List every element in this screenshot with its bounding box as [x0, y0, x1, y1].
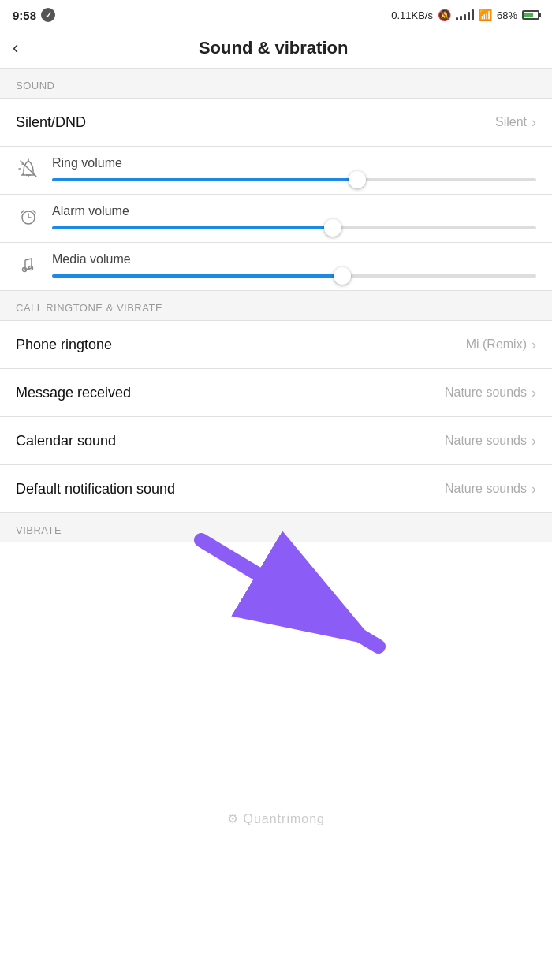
- status-left: 9:58 ✓: [13, 8, 55, 22]
- alarm-volume-fill: [52, 226, 333, 229]
- calendar-sound-content: Calendar sound: [16, 433, 445, 449]
- ring-volume-content: Ring volume: [52, 156, 536, 181]
- mute-icon: 🔕: [438, 9, 451, 21]
- silent-dnd-content: Silent/DND: [16, 114, 495, 131]
- ring-volume-label: Ring volume: [52, 156, 536, 170]
- header: ‹ Sound & vibration: [0, 28, 552, 69]
- alarm-volume-label: Alarm volume: [52, 204, 536, 218]
- time-display: 9:58: [13, 9, 36, 22]
- status-bar: 9:58 ✓ 0.11KB/s 🔕 📶 68%: [0, 0, 552, 28]
- media-volume-slider[interactable]: [52, 274, 536, 278]
- media-volume-content: Media volume: [52, 252, 536, 278]
- media-volume-thumb: [334, 267, 351, 285]
- ring-volume-icon: [16, 158, 41, 180]
- sound-section-label: SOUND: [0, 69, 552, 98]
- wifi-icon: 📶: [479, 9, 492, 21]
- default-notification-row[interactable]: Default notification sound Nature sounds…: [0, 465, 552, 512]
- calendar-sound-value: Nature sounds: [445, 434, 527, 448]
- message-received-label: Message received: [16, 385, 131, 401]
- calendar-sound-row[interactable]: Calendar sound Nature sounds ›: [0, 417, 552, 464]
- silent-dnd-chevron: ›: [531, 114, 536, 131]
- media-volume-label: Media volume: [52, 252, 536, 266]
- silent-dnd-row[interactable]: Silent/DND Silent ›: [0, 99, 552, 146]
- calendar-sound-chevron: ›: [531, 433, 536, 449]
- default-notification-label: Default notification sound: [16, 481, 175, 497]
- watermark: ⚙ Quantrimong: [0, 811, 552, 826]
- alarm-volume-content: Alarm volume: [52, 204, 536, 229]
- alarm-volume-slider[interactable]: [52, 226, 536, 229]
- silent-dnd-value: Silent: [495, 115, 527, 129]
- phone-ringtone-value: Mi (Remix): [466, 337, 527, 352]
- status-right: 0.11KB/s 🔕 📶 68%: [391, 9, 539, 21]
- ring-volume-fill: [52, 178, 357, 181]
- call-section-label: CALL RINGTONE & VIBRATE: [0, 291, 552, 320]
- signal-bars-icon: [456, 9, 474, 20]
- page-title: Sound & vibration: [31, 38, 516, 58]
- silent-dnd-label: Silent/DND: [16, 114, 86, 130]
- media-volume-fill: [52, 274, 342, 278]
- message-received-content: Message received: [16, 385, 445, 401]
- message-received-row[interactable]: Message received Nature sounds ›: [0, 369, 552, 416]
- phone-ringtone-row[interactable]: Phone ringtone Mi (Remix) ›: [0, 321, 552, 368]
- speed-display: 0.11KB/s: [391, 9, 433, 21]
- default-notification-content: Default notification sound: [16, 481, 445, 497]
- battery-pct: 68%: [497, 9, 517, 21]
- svg-point-7: [23, 268, 27, 272]
- ring-volume-row: Ring volume: [0, 147, 552, 194]
- ring-volume-thumb: [349, 171, 366, 188]
- watermark-icon: ⚙: [227, 812, 239, 825]
- phone-ringtone-label: Phone ringtone: [16, 337, 112, 352]
- check-icon: ✓: [41, 8, 55, 22]
- message-received-value: Nature sounds: [445, 386, 527, 400]
- default-notification-chevron: ›: [531, 481, 536, 497]
- media-volume-row: Media volume: [0, 243, 552, 290]
- ring-volume-slider[interactable]: [52, 178, 536, 181]
- alarm-volume-row: Alarm volume: [0, 195, 552, 242]
- alarm-volume-thumb: [324, 219, 341, 237]
- battery-icon: [522, 10, 539, 20]
- default-notification-value: Nature sounds: [445, 482, 527, 496]
- calendar-sound-label: Calendar sound: [16, 433, 116, 449]
- phone-ringtone-chevron: ›: [531, 337, 536, 353]
- phone-ringtone-content: Phone ringtone: [16, 337, 466, 353]
- message-received-chevron: ›: [531, 385, 536, 401]
- back-button[interactable]: ‹: [13, 38, 18, 58]
- media-volume-icon: [16, 254, 41, 276]
- vibrate-section-label: VIBRATE: [0, 513, 552, 542]
- watermark-text: Quantrimong: [243, 812, 325, 825]
- alarm-volume-icon: [16, 206, 41, 228]
